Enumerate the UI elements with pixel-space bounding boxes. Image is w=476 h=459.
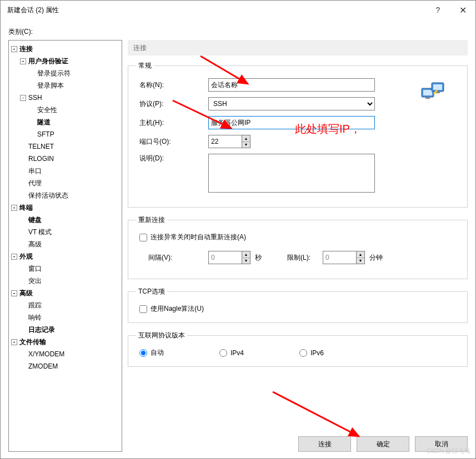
tree-toggle-icon[interactable]: - <box>20 95 26 101</box>
tree-filetransfer[interactable]: 文件传输 <box>19 336 46 348</box>
tree-terminal[interactable]: 终端 <box>19 201 33 214</box>
watermark: CSDN @邹飞鸣 <box>427 447 470 455</box>
ip-v4-radio[interactable] <box>219 349 227 357</box>
tree-telnet[interactable]: TELNET <box>28 140 54 153</box>
protocol-select[interactable]: SSH <box>208 97 375 110</box>
tree-rlogin[interactable]: RLOGIN <box>28 153 54 165</box>
tree-toggle-icon[interactable]: - <box>11 290 17 296</box>
tree-security[interactable]: 安全性 <box>37 104 57 116</box>
tree-appearance[interactable]: 外观 <box>19 250 33 263</box>
reconnect-group: 重新连接 连接异常关闭时自动重新连接(A) 间隔(V): ▲▼ 秒 限制(L): <box>128 215 468 279</box>
nagle-checkbox[interactable] <box>139 305 147 313</box>
tree-vtmode[interactable]: VT 模式 <box>28 226 52 238</box>
connect-button[interactable]: 连接 <box>298 436 351 452</box>
auto-reconnect-label: 连接异常关闭时自动重新连接(A) <box>151 233 246 242</box>
interval-unit: 秒 <box>255 253 262 263</box>
ip-legend: 互联网协议版本 <box>136 331 187 340</box>
tree-login-prompt[interactable]: 登录提示符 <box>37 67 71 79</box>
spin-up-icon: ▲ <box>357 251 364 258</box>
spin-down-icon: ▼ <box>242 258 250 264</box>
dialog-window: 新建会话 (2) 属性 ? ✕ 类别(C): -连接 -用户身份验证 登录提示符 <box>0 0 476 459</box>
tree-toggle-icon[interactable]: - <box>11 205 17 211</box>
name-input[interactable] <box>208 78 375 92</box>
tree-tunnel[interactable]: 隧道 <box>37 116 51 128</box>
panel-banner: 连接 <box>128 40 468 56</box>
host-input[interactable] <box>208 116 375 129</box>
reconnect-legend: 重新连接 <box>136 215 167 225</box>
ip-v6-option[interactable]: IPv6 <box>299 349 324 357</box>
close-button[interactable]: ✕ <box>450 1 475 19</box>
category-tree[interactable]: -连接 -用户身份验证 登录提示符 登录脚本 -SSH 安全性 <box>8 40 122 452</box>
spin-down-icon: ▼ <box>357 258 364 264</box>
titlebar: 新建会话 (2) 属性 ? ✕ <box>1 1 475 19</box>
ip-auto-radio[interactable] <box>139 349 147 357</box>
auto-reconnect-checkbox[interactable] <box>139 234 147 241</box>
interval-spinner: ▲▼ <box>208 251 250 264</box>
tree-bell[interactable]: 响铃 <box>28 311 42 324</box>
general-legend: 常规 <box>136 61 154 70</box>
ip-group: 互联网协议版本 自动 IPv4 IPv6 <box>128 331 468 367</box>
window-title: 新建会话 (2) 属性 <box>7 6 425 15</box>
limit-label: 限制(L): <box>284 253 323 263</box>
tree-highlight[interactable]: 突出 <box>28 275 42 287</box>
svg-rect-4 <box>433 84 442 90</box>
ip-v6-radio[interactable] <box>299 349 307 357</box>
ip-v4-option[interactable]: IPv4 <box>219 349 244 357</box>
tree-toggle-icon[interactable]: - <box>20 58 26 64</box>
svg-rect-1 <box>423 90 432 95</box>
limit-input <box>323 251 356 264</box>
tree-advanced2[interactable]: 高级 <box>19 287 33 299</box>
tcp-legend: TCP选项 <box>136 287 167 296</box>
tree-login-script[interactable]: 登录脚本 <box>37 79 64 92</box>
tree-logging[interactable]: 日志记录 <box>28 324 55 336</box>
svg-rect-2 <box>425 97 430 99</box>
tree-ssh[interactable]: SSH <box>28 92 42 104</box>
port-spinner[interactable]: ▲▼ <box>208 135 250 148</box>
spin-up-icon[interactable]: ▲ <box>242 135 250 142</box>
tree-proxy[interactable]: 代理 <box>28 177 42 189</box>
desc-textarea[interactable] <box>208 154 375 193</box>
tree-toggle-icon[interactable]: - <box>11 339 17 345</box>
nagle-label: 使用Nagle算法(U) <box>151 304 204 314</box>
tree-window[interactable]: 窗口 <box>28 263 42 275</box>
category-label: 类别(C): <box>8 27 468 37</box>
tree-toggle-icon[interactable]: - <box>11 254 17 260</box>
spin-up-icon: ▲ <box>242 251 250 258</box>
tree-advanced1[interactable]: 高级 <box>28 238 42 250</box>
tree-keepalive[interactable]: 保持活动状态 <box>28 189 68 201</box>
tree-serial[interactable]: 串口 <box>28 165 42 177</box>
tree-sftp[interactable]: SFTP <box>37 128 54 140</box>
name-label: 名称(N): <box>136 80 208 90</box>
host-label: 主机(H): <box>136 118 208 128</box>
tree-connection[interactable]: 连接 <box>19 43 33 55</box>
desc-label: 说明(D): <box>136 154 208 163</box>
ip-auto-option[interactable]: 自动 <box>139 348 164 357</box>
spin-down-icon[interactable]: ▼ <box>242 142 250 148</box>
limit-unit: 分钟 <box>369 253 383 263</box>
computers-icon <box>420 80 448 105</box>
ok-button[interactable]: 确定 <box>357 436 409 452</box>
general-group: 常规 名称(N): 协议(P): SSH <box>128 61 468 208</box>
tree-toggle-icon[interactable]: - <box>11 46 17 52</box>
interval-input <box>208 251 242 264</box>
tree-trace[interactable]: 跟踪 <box>28 299 42 311</box>
tcp-group: TCP选项 使用Nagle算法(U) <box>128 287 468 323</box>
limit-spinner: ▲▼ <box>323 251 365 264</box>
port-input[interactable] <box>208 135 242 148</box>
help-button[interactable]: ? <box>425 1 450 19</box>
tree-keyboard[interactable]: 键盘 <box>28 214 42 226</box>
interval-label: 间隔(V): <box>136 253 208 263</box>
tree-xymodem[interactable]: X/YMODEM <box>28 348 64 360</box>
tree-zmodem[interactable]: ZMODEM <box>28 360 58 372</box>
protocol-label: 协议(P): <box>136 99 208 109</box>
port-label: 端口号(O): <box>136 137 208 147</box>
tree-auth[interactable]: 用户身份验证 <box>28 55 68 67</box>
